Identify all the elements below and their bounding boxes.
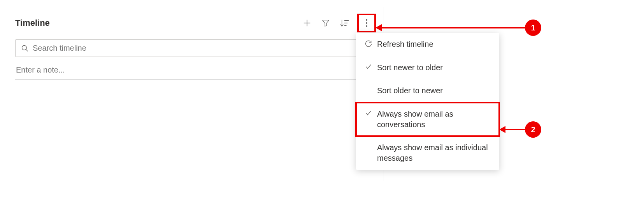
- svg-line-10: [26, 49, 28, 51]
- filter-button[interactable]: [321, 18, 331, 28]
- menu-email-individual[interactable]: Always show email as individual messages: [356, 136, 499, 170]
- search-field[interactable]: [15, 39, 376, 57]
- search-input[interactable]: [33, 44, 370, 53]
- arrow-line: [505, 129, 525, 130]
- filter-icon: [321, 19, 330, 27]
- svg-point-6: [366, 19, 367, 21]
- callout-2: 2: [499, 121, 541, 138]
- menu-item-label: Refresh timeline: [377, 39, 433, 50]
- note-row: [15, 66, 376, 80]
- menu-sort-older-newer[interactable]: Sort older to newer: [356, 79, 499, 102]
- refresh-icon: [363, 40, 374, 48]
- toolbar: [302, 14, 376, 32]
- arrow-head-icon: [376, 24, 382, 31]
- svg-point-7: [366, 22, 367, 24]
- check-icon: [363, 63, 374, 70]
- timeline-panel: Timeline: [7, 7, 384, 181]
- sort-button[interactable]: [339, 18, 349, 28]
- arrow-head-icon: [499, 126, 505, 133]
- menu-sort-newer-older[interactable]: Sort newer to older: [356, 56, 499, 79]
- sort-icon: [340, 19, 349, 27]
- more-vertical-icon: [365, 19, 368, 27]
- add-button[interactable]: [302, 18, 312, 28]
- menu-refresh-timeline[interactable]: Refresh timeline: [356, 33, 499, 56]
- note-input[interactable]: [16, 66, 375, 75]
- menu-email-conversations[interactable]: Always show email as conversations: [356, 103, 499, 136]
- plus-icon: [303, 19, 311, 27]
- svg-point-9: [22, 45, 27, 50]
- search-icon: [21, 44, 29, 52]
- menu-item-label: Sort newer to older: [377, 62, 443, 73]
- check-icon: [363, 110, 374, 117]
- svg-point-8: [366, 25, 367, 27]
- more-commands-menu: Refresh timeline Sort newer to older Sor…: [356, 33, 499, 170]
- more-commands-button[interactable]: [357, 14, 376, 32]
- menu-item-label: Always show email as conversations: [377, 109, 492, 130]
- menu-item-label: Always show email as individual messages: [377, 142, 492, 163]
- callout-1: 1: [376, 20, 541, 36]
- arrow-line: [382, 27, 525, 28]
- panel-title: Timeline: [15, 18, 50, 28]
- panel-header: Timeline: [15, 14, 376, 32]
- menu-item-label: Sort older to newer: [377, 85, 443, 96]
- callout-badge: 1: [525, 20, 541, 36]
- callout-badge: 2: [525, 121, 541, 138]
